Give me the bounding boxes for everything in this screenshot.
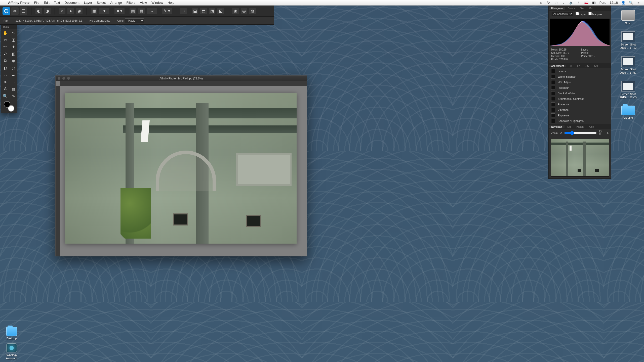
- dropbox-icon[interactable]: ◇: [539, 1, 543, 5]
- desktop-icon-folder-ukraine[interactable]: Ukraine: [616, 106, 641, 119]
- tb-refine2[interactable]: ◍: [249, 8, 256, 14]
- tool-mesh[interactable]: ▦: [9, 85, 17, 93]
- tool-flood-select[interactable]: ✦: [9, 43, 17, 50]
- menu-view[interactable]: View: [140, 1, 147, 5]
- spotlight-icon[interactable]: 🔍: [629, 1, 633, 5]
- document-window[interactable]: Affinity Photo - MURY4.jpg (72.8%): [55, 75, 307, 256]
- tb-toggle-ui[interactable]: ⇥: [180, 8, 187, 14]
- tb-split[interactable]: ◑: [44, 8, 51, 14]
- tb-snap[interactable]: ▦: [91, 8, 97, 14]
- menu-select[interactable]: Select: [97, 1, 106, 5]
- tool-lasso[interactable]: 〰: [1, 43, 9, 50]
- menu-layer[interactable]: Layer: [84, 1, 92, 5]
- tool-hand[interactable]: ✋: [1, 29, 9, 36]
- histogram-channels[interactable]: All Channels: [551, 12, 573, 16]
- tb-before-after[interactable]: ◐: [35, 8, 42, 14]
- histogram-marquee-check[interactable]: Marquee: [588, 12, 602, 16]
- flag-icon[interactable]: 🇵🇱: [584, 1, 588, 5]
- desktop-icon-screenshot-2[interactable]: Screen Shot 2015-…17.57: [616, 56, 641, 74]
- app-name[interactable]: Affinity Photo: [8, 1, 29, 5]
- adj-recolour[interactable]: Recolour: [549, 85, 611, 90]
- tb-grid[interactable]: ▤: [130, 8, 136, 14]
- adj-exposure[interactable]: Exposure: [549, 113, 611, 118]
- tool-eraser[interactable]: ◧: [9, 50, 17, 57]
- color-swatches[interactable]: [1, 100, 17, 113]
- menu-document[interactable]: Document: [64, 1, 79, 5]
- tab-navigator[interactable]: Navigator: [549, 125, 565, 128]
- tool-brush[interactable]: 🖌: [1, 50, 9, 57]
- canvas-area[interactable]: [60, 86, 307, 256]
- menu-window[interactable]: Window: [151, 1, 163, 5]
- tab-layers[interactable]: Lyr: [566, 65, 575, 67]
- tool-crop[interactable]: ✂: [1, 36, 9, 43]
- tab-channels[interactable]: Chn: [587, 125, 596, 128]
- foreground-color[interactable]: [4, 101, 10, 108]
- tb-assistant[interactable]: ✎ ▾: [162, 8, 172, 14]
- tab-stock[interactable]: Sto: [592, 65, 600, 67]
- menu-text[interactable]: Text: [54, 1, 60, 5]
- histogram-layer-check[interactable]: Layer: [576, 12, 586, 16]
- tab-swatch[interactable]: Swt: [578, 7, 587, 10]
- tool-pointer[interactable]: ↖: [9, 29, 17, 36]
- tool-shape[interactable]: ▭: [9, 78, 17, 85]
- navigator-thumbnail[interactable]: [551, 139, 609, 176]
- desktop-icon-synology[interactable]: Synology Assistant: [2, 343, 22, 360]
- menu-edit[interactable]: Edit: [44, 1, 49, 5]
- tb-grid-opts[interactable]: ⌄: [147, 8, 157, 14]
- ruler-horizontal[interactable]: [60, 81, 307, 86]
- menubar-day[interactable]: Pon.: [599, 1, 606, 5]
- tab-history[interactable]: History: [574, 125, 587, 128]
- tool-fill[interactable]: ▰: [9, 71, 17, 78]
- ruler-vertical[interactable]: [56, 86, 60, 256]
- wifi-icon[interactable]: ⌵: [562, 1, 566, 5]
- tb-circle-b[interactable]: ●: [67, 8, 74, 14]
- tool-gradient[interactable]: ▱: [1, 71, 9, 78]
- timemachine-icon[interactable]: ◷: [554, 1, 558, 5]
- tab-brush[interactable]: Bru: [587, 7, 596, 10]
- nav-zoom-in[interactable]: ⊕: [607, 132, 609, 134]
- tb-circle-a[interactable]: ○: [59, 8, 65, 14]
- desktop-icon-disk[interactable]: Solid: [616, 10, 641, 25]
- menubar-time[interactable]: 12:18: [610, 1, 618, 5]
- tb-refine[interactable]: ◎: [241, 8, 247, 14]
- tb-circle-c[interactable]: ◉: [76, 8, 83, 14]
- tool-text[interactable]: A: [1, 85, 9, 93]
- tab-colour[interactable]: Colour: [565, 7, 578, 10]
- persona-photo[interactable]: [3, 7, 10, 15]
- menu-file[interactable]: File: [34, 1, 39, 5]
- bluetooth-icon[interactable]: ᚼ: [577, 1, 581, 5]
- adj-bw[interactable]: Black & White: [549, 90, 611, 96]
- document-canvas[interactable]: [65, 93, 297, 244]
- tool-healing[interactable]: ⊕: [9, 57, 17, 64]
- tool-zoom[interactable]: 🔍: [1, 93, 9, 100]
- nav-zoom-out[interactable]: ⊖: [560, 132, 562, 134]
- adj-hsl[interactable]: HSL Adjust: [549, 79, 611, 85]
- desktop-icon-desktop-folder[interactable]: Desktop: [2, 327, 22, 340]
- menu-filters[interactable]: Filters: [127, 1, 135, 5]
- menu-help[interactable]: Help: [168, 1, 174, 5]
- menu-arrange[interactable]: Arrange: [110, 1, 122, 5]
- window-close[interactable]: [58, 77, 60, 80]
- adj-levels[interactable]: Levels: [549, 68, 611, 74]
- tb-arrange-down[interactable]: ⬒: [200, 8, 207, 14]
- adj-vibrance[interactable]: Vibrance: [549, 107, 611, 113]
- persona-develop[interactable]: [20, 7, 27, 15]
- persona-liquify[interactable]: [11, 7, 19, 15]
- tab-styles[interactable]: Sty: [583, 65, 591, 67]
- tools-panel[interactable]: Tools ✋ ↖ ✂ ◫ 〰 ✦ 🖌 ◧ ⧉ ⊕ ◐ ◌ ▱ ▰ ✒ ▭ A …: [1, 25, 17, 113]
- tb-arrange-back[interactable]: ⬓: [192, 8, 198, 14]
- user-icon[interactable]: 👤: [621, 1, 625, 5]
- desktop-icon-screenshot-1[interactable]: Screen Shot 2015-…17.12: [616, 31, 641, 50]
- adj-white-balance[interactable]: White Balance: [549, 74, 611, 79]
- tool-picker[interactable]: ✎: [9, 93, 17, 100]
- adj-shadows-highlights[interactable]: Shadows / Highlights: [549, 118, 611, 124]
- adj-brightness-contrast[interactable]: Brightness / Contrast: [549, 96, 611, 102]
- volume-icon[interactable]: 🔈: [569, 1, 573, 5]
- tb-quickmask[interactable]: ◉: [232, 8, 239, 14]
- tool-pen[interactable]: ✒: [1, 78, 9, 85]
- tool-marquee[interactable]: ◫: [9, 36, 17, 43]
- tab-adjustment[interactable]: Adjustment: [549, 65, 566, 67]
- tb-snap-opts[interactable]: ▾: [99, 8, 109, 14]
- nav-zoom-slider[interactable]: [564, 131, 597, 135]
- desktop-icon-screenshot-3[interactable]: Screen Shot 2015-…57 (2): [616, 81, 641, 99]
